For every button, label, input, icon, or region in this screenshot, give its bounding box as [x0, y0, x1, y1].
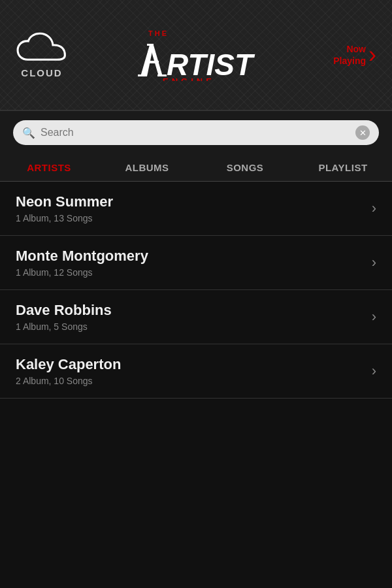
search-bar: 🔍 ✕ — [13, 120, 379, 145]
artist-meta-2: 1 Album, 5 Songs — [16, 321, 112, 332]
artist-meta-1: 1 Album, 12 Songs — [16, 267, 148, 278]
artist-info-0: Neon Summer 1 Album, 13 Songs — [16, 193, 113, 223]
artist-name-3: Kaley Caperton — [16, 356, 121, 373]
search-clear-button[interactable]: ✕ — [355, 125, 370, 140]
artist-item-2[interactable]: Dave Robbins 1 Album, 5 Songs › — [0, 290, 392, 344]
search-container: 🔍 ✕ — [0, 111, 392, 154]
artist-engine-logo: RTIST ENGINE — [135, 39, 266, 81]
artist-item-3[interactable]: Kaley Caperton 2 Album, 10 Songs › — [0, 344, 392, 399]
tab-playlist[interactable]: PLAYLIST — [294, 154, 392, 181]
cloud-label: CLOUD — [21, 67, 62, 78]
logo-section: THE R — [135, 29, 266, 81]
artist-name-2: Dave Robbins — [16, 302, 112, 319]
artist-chevron-1: › — [372, 254, 376, 271]
artist-meta-3: 2 Album, 10 Songs — [16, 376, 121, 386]
artist-name-0: Neon Summer — [16, 193, 113, 210]
bottom-fill — [0, 399, 392, 588]
artist-info-3: Kaley Caperton 2 Album, 10 Songs — [16, 356, 121, 386]
svg-rect-3 — [147, 44, 154, 46]
artist-meta-0: 1 Album, 13 Songs — [16, 213, 113, 223]
artist-item-1[interactable]: Monte Montgomery 1 Album, 12 Songs › — [0, 236, 392, 290]
tab-songs[interactable]: SONGS — [196, 154, 294, 181]
header: CLOUD THE — [0, 0, 392, 111]
svg-text:ENGINE: ENGINE — [163, 76, 215, 81]
tab-albums[interactable]: ALBUMS — [98, 154, 196, 181]
artist-info-1: Monte Montgomery 1 Album, 12 Songs — [16, 248, 148, 278]
cloud-icon — [16, 32, 68, 65]
artist-chevron-2: › — [372, 308, 376, 325]
cloud-section[interactable]: CLOUD — [16, 32, 68, 78]
now-playing-text: Now Playing — [333, 43, 366, 67]
svg-rect-2 — [146, 61, 159, 63]
tabs-bar: ARTISTS ALBUMS SONGS PLAYLIST — [0, 154, 392, 182]
now-playing-chevron-icon: › — [368, 43, 376, 67]
search-icon: 🔍 — [22, 127, 35, 139]
artist-chevron-3: › — [372, 363, 376, 380]
logo-the: THE — [148, 29, 169, 37]
now-playing-button[interactable]: Now Playing › — [333, 43, 376, 67]
artist-item-0[interactable]: Neon Summer 1 Album, 13 Songs › — [0, 182, 392, 236]
artist-chevron-0: › — [372, 200, 376, 217]
tab-artists[interactable]: ARTISTS — [0, 154, 98, 181]
search-input[interactable] — [41, 127, 350, 139]
artist-info-2: Dave Robbins 1 Album, 5 Songs — [16, 302, 112, 332]
artist-list: Neon Summer 1 Album, 13 Songs › Monte Mo… — [0, 182, 392, 399]
svg-rect-4 — [138, 74, 147, 76]
artist-name-1: Monte Montgomery — [16, 248, 148, 265]
